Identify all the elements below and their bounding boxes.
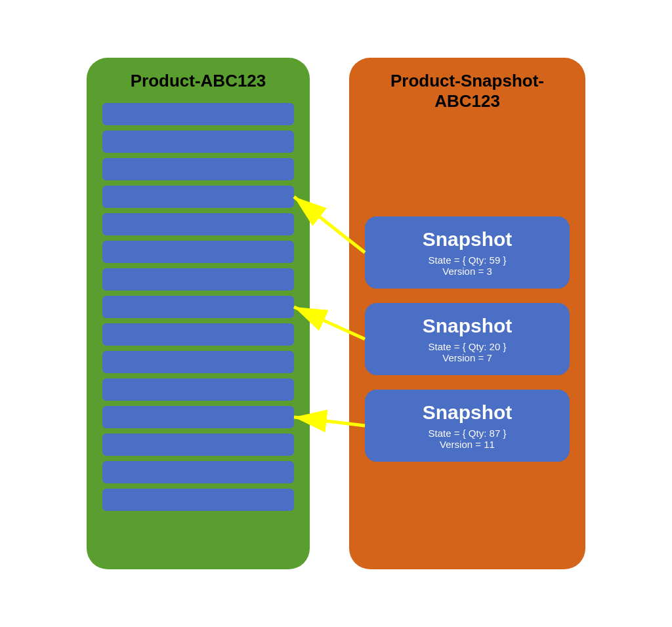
snapshot-state-0: State = { Qty: 59 } bbox=[375, 254, 559, 266]
event-row bbox=[102, 213, 294, 235]
event-row bbox=[102, 103, 294, 125]
event-row bbox=[102, 158, 294, 180]
left-panel: Product-ABC123 bbox=[87, 58, 310, 569]
event-row bbox=[102, 461, 294, 483]
event-row bbox=[102, 186, 294, 208]
snapshot-state-1: State = { Qty: 20 } bbox=[375, 341, 559, 352]
left-panel-title: Product-ABC123 bbox=[131, 71, 266, 91]
snapshot-version-1: Version = 7 bbox=[375, 352, 559, 363]
event-row bbox=[102, 131, 294, 153]
event-row bbox=[102, 323, 294, 346]
event-row bbox=[102, 489, 294, 511]
diagram-container: Product-ABC123 Product-Snapshot-ABC123 S… bbox=[21, 31, 651, 596]
event-row bbox=[102, 406, 294, 428]
snapshot-card-2: Snapshot State = { Qty: 87 } Version = 1… bbox=[365, 390, 570, 462]
snapshots-container: Snapshot State = { Qty: 59 } Version = 3… bbox=[365, 125, 570, 554]
event-row bbox=[102, 378, 294, 401]
right-panel-title: Product-Snapshot-ABC123 bbox=[365, 71, 570, 111]
snapshot-title-2: Snapshot bbox=[375, 401, 559, 424]
event-row bbox=[102, 296, 294, 318]
event-row bbox=[102, 351, 294, 373]
right-panel: Product-Snapshot-ABC123 Snapshot State =… bbox=[349, 58, 585, 569]
snapshot-state-2: State = { Qty: 87 } bbox=[375, 428, 559, 439]
snapshot-card-1: Snapshot State = { Qty: 20 } Version = 7 bbox=[365, 303, 570, 375]
snapshot-card-0: Snapshot State = { Qty: 59 } Version = 3 bbox=[365, 216, 570, 289]
snapshot-version-0: Version = 3 bbox=[375, 266, 559, 277]
snapshot-title-0: Snapshot bbox=[375, 228, 559, 251]
rows-container bbox=[102, 103, 294, 511]
snapshot-version-2: Version = 11 bbox=[375, 439, 559, 450]
event-row bbox=[102, 241, 294, 263]
event-row bbox=[102, 434, 294, 456]
snapshot-title-1: Snapshot bbox=[375, 315, 559, 337]
event-row bbox=[102, 268, 294, 291]
